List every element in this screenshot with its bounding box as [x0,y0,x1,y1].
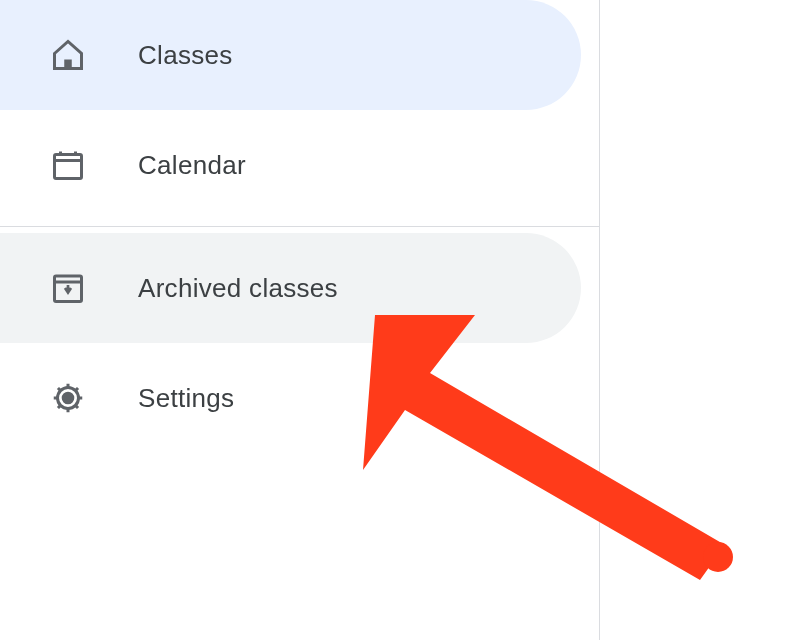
archive-icon [48,268,88,308]
sidebar-item-calendar[interactable]: Calendar [0,110,581,220]
svg-rect-1 [55,155,82,179]
sidebar-item-archived[interactable]: Archived classes [0,233,581,343]
home-icon [48,35,88,75]
sidebar-item-label: Settings [138,383,234,414]
calendar-icon [48,145,88,185]
svg-rect-0 [64,60,72,69]
sidebar-item-classes[interactable]: Classes [0,0,581,110]
nav-section-top: Classes Calendar [0,0,599,220]
divider [0,226,599,227]
sidebar-item-label: Classes [138,40,233,71]
sidebar-item-settings[interactable]: Settings [0,343,581,453]
svg-point-7 [63,393,73,403]
nav-section-bottom: Archived classes Settings [0,233,599,453]
gear-icon [48,378,88,418]
sidebar-item-label: Calendar [138,150,246,181]
svg-point-9 [703,542,733,572]
sidebar-item-label: Archived classes [138,273,338,304]
sidebar: Classes Calendar [0,0,600,640]
